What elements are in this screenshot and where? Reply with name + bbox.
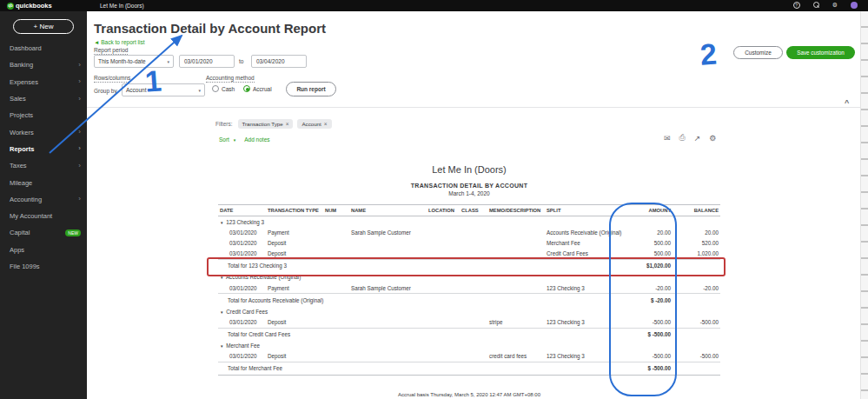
- sidebar-item-label: Mileage: [10, 179, 81, 187]
- sidebar-item-workers[interactable]: Workers›: [0, 123, 87, 140]
- email-icon[interactable]: ✉: [664, 134, 671, 143]
- remove-filter-icon[interactable]: ×: [324, 121, 328, 127]
- sidebar-item-label: Expenses: [10, 78, 78, 86]
- sidebar-item-my-accountant[interactable]: My Accountant: [0, 208, 87, 224]
- cell: 03/01/2020: [218, 283, 266, 294]
- column-header-date: DATE: [218, 205, 266, 216]
- chevron-right-icon: ›: [78, 145, 81, 152]
- sidebar-item-banking[interactable]: Banking›: [0, 57, 87, 73]
- report-period-select[interactable]: This Month-to-date ▾: [94, 55, 174, 68]
- sidebar-item-capital[interactable]: CapitalNEW: [0, 224, 87, 241]
- print-icon[interactable]: ⎙: [679, 133, 686, 143]
- cash-radio[interactable]: Cash: [212, 85, 235, 92]
- help-icon[interactable]: ?: [793, 2, 800, 9]
- group-total-row: Total for 123 Checking 3$1,020.00: [218, 259, 720, 272]
- sidebar-item-file-1099s[interactable]: File 1099s: [0, 258, 87, 275]
- sidebar-item-label: Projects: [10, 111, 81, 119]
- run-report-button[interactable]: Run report: [286, 82, 336, 96]
- new-button[interactable]: + New: [13, 19, 74, 34]
- save-customization-button[interactable]: Save customization: [786, 46, 855, 59]
- cell: -500.00: [623, 316, 673, 328]
- table-row[interactable]: 03/01/2020PaymentSarah Sample CustomerAc…: [218, 227, 720, 237]
- collapse-triangle-icon: ▾: [221, 309, 223, 315]
- cell: Accounts Receivable (Original): [545, 227, 623, 237]
- table-row[interactable]: 03/01/2020DepositMerchant Fee500.00520.0…: [218, 237, 720, 248]
- cell: 03/01/2020: [218, 249, 266, 260]
- filters-row: Filters: Transaction Type×Account×: [215, 119, 332, 129]
- date-from-value: 03/01/2020: [184, 58, 213, 64]
- cell: 123 Checking 3: [545, 351, 623, 362]
- sidebar-item-sales[interactable]: Sales›: [0, 90, 87, 107]
- cell: [487, 227, 545, 237]
- sidebar-item-label: Capital: [10, 229, 63, 236]
- chevron-down-icon: ▾: [198, 88, 201, 93]
- header-divider: [87, 107, 860, 108]
- report-period-label: Report period: [94, 47, 128, 55]
- group-by-select[interactable]: Account ▾: [122, 83, 205, 96]
- sidebar-item-mileage[interactable]: Mileage: [0, 174, 87, 190]
- customize-button[interactable]: Customize: [733, 46, 783, 59]
- cell: 20.00: [673, 227, 720, 237]
- cell: [323, 283, 349, 294]
- sidebar-item-apps[interactable]: Apps: [0, 242, 87, 258]
- total-label-cell: Total for Accounts Receivable (Original): [218, 294, 623, 307]
- sidebar-item-expenses[interactable]: Expenses›: [0, 74, 87, 90]
- report-settings-gear-icon[interactable]: ⚙: [709, 134, 716, 143]
- sidebar-item-projects[interactable]: Projects: [0, 107, 87, 123]
- table-row[interactable]: 03/01/2020Depositstripe123 Checking 3-50…: [218, 316, 720, 328]
- total-amount-cell: $ -500.00: [623, 362, 673, 375]
- report-period-value: This Month-to-date: [98, 58, 146, 64]
- profile-avatar[interactable]: [851, 2, 858, 9]
- group-header-row[interactable]: ▾ Accounts Receivable (Original): [218, 272, 720, 283]
- sidebar-item-reports[interactable]: Reports›: [0, 141, 87, 157]
- cell: [349, 351, 427, 362]
- sort-dropdown[interactable]: Sort ▾: [219, 136, 235, 143]
- report-table-head-row: DATETRANSACTION TYPENUMNAMELOCATIONCLASS…: [218, 205, 720, 216]
- back-to-report-list-link[interactable]: ◄ Back to report list: [94, 39, 144, 45]
- cell: [427, 283, 460, 294]
- page-title: Transaction Detail by Account Report: [94, 21, 326, 36]
- cell: [323, 227, 349, 237]
- collapse-panel-icon[interactable]: ^: [845, 98, 849, 107]
- new-badge: NEW: [65, 229, 81, 236]
- total-amount-cell: $ -500.00: [623, 328, 673, 341]
- table-row[interactable]: 03/01/2020DepositCredit Card Fees500.001…: [218, 249, 720, 260]
- date-to-input[interactable]: 03/04/2020: [251, 55, 307, 68]
- add-notes-link[interactable]: Add notes: [244, 136, 269, 143]
- sidebar-item-dashboard[interactable]: Dashboard: [0, 40, 87, 57]
- group-header-row[interactable]: ▾ Credit Card Fees: [218, 306, 720, 316]
- quickbooks-logo[interactable]: qb quickbooks: [7, 2, 52, 10]
- group-total-row: Total for Credit Card Fees$ -500.00: [218, 328, 720, 341]
- group-by-value: Account: [126, 87, 147, 93]
- sidebar-item-accounting[interactable]: Accounting›: [0, 191, 87, 208]
- remove-filter-icon[interactable]: ×: [286, 121, 289, 127]
- scrollbar[interactable]: [860, 11, 868, 399]
- cell: -20.00: [673, 283, 720, 294]
- search-icon[interactable]: [813, 2, 819, 8]
- filter-chip-label: Account: [301, 121, 321, 127]
- chevron-down-icon: ▾: [167, 59, 169, 64]
- cell: [460, 283, 487, 294]
- table-row[interactable]: 03/01/2020Depositcredit card fees123 Che…: [218, 351, 720, 362]
- filter-chip-transaction-type[interactable]: Transaction Type×: [238, 119, 294, 129]
- accrual-radio[interactable]: Accrual: [243, 85, 272, 92]
- chevron-right-icon: ›: [78, 129, 81, 136]
- cell: [427, 249, 460, 260]
- cell: [323, 249, 349, 260]
- group-header-row[interactable]: ▾ Merchant Fee: [218, 341, 720, 351]
- chevron-right-icon: ›: [78, 163, 81, 170]
- top-navbar: qb quickbooks Let Me In (Doors) ? ⚙: [0, 0, 868, 11]
- gear-icon[interactable]: ⚙: [832, 2, 838, 9]
- group-total-row: Total for Accounts Receivable (Original)…: [218, 294, 720, 307]
- cell: 20.00: [623, 227, 673, 237]
- chevron-right-icon: ›: [78, 62, 81, 69]
- filter-chip-account[interactable]: Account×: [297, 119, 331, 129]
- group-name: Merchant Fee: [225, 342, 261, 349]
- table-row[interactable]: 03/01/2020PaymentSarah Sample Customer12…: [218, 283, 720, 294]
- cell: stripe: [487, 316, 545, 328]
- cell: Sarah Sample Customer: [349, 227, 427, 237]
- date-from-input[interactable]: 03/01/2020: [179, 55, 235, 68]
- sidebar-item-taxes[interactable]: Taxes›: [0, 157, 87, 174]
- group-header-row[interactable]: ▾ 123 Checking 3: [218, 216, 720, 228]
- export-icon[interactable]: ↗: [694, 134, 701, 143]
